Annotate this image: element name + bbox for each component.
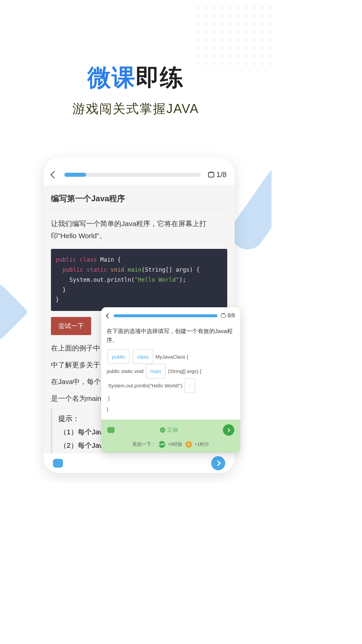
comment-icon[interactable] — [107, 427, 115, 433]
popup-question: 在下面的选项中选择填写，创建一个有效的Java程序。 — [101, 324, 240, 350]
exp-text: +5经验 — [168, 441, 183, 447]
bg-dots — [197, 7, 272, 65]
hero-title: 微课即练 — [0, 62, 272, 94]
coin-badge: $ — [185, 441, 192, 448]
hero-title-blue: 微课 — [87, 64, 136, 91]
chip-class[interactable]: class — [133, 350, 153, 364]
code-block: public class Main { public static void m… — [51, 249, 227, 311]
popup-code: public class MyJavaClass { public static… — [101, 350, 240, 420]
arrow-right-icon — [215, 461, 221, 466]
popup-arrow-icon — [226, 428, 230, 432]
popup-header: 8/8 — [101, 307, 240, 324]
back-icon[interactable] — [51, 171, 58, 179]
popup-counter: 8/8 — [228, 313, 235, 319]
code-text-l2-after: (String[] args) { — [168, 368, 201, 374]
popup-calendar-icon — [221, 314, 226, 318]
coin-text: +1积分 — [195, 441, 209, 447]
lesson-title: 编写第一个Java程序 — [51, 193, 227, 210]
phone-header: 1/8 — [44, 158, 235, 185]
status-text: 正确 — [167, 427, 178, 434]
hero-title-dark: 即练 — [136, 64, 184, 91]
popup-back-icon[interactable] — [106, 313, 111, 318]
exp-badge: EXP — [159, 441, 165, 448]
chip-public[interactable]: public — [108, 350, 129, 364]
code-brace-1: } — [108, 395, 110, 401]
status-center: ✓ 正确 — [160, 427, 178, 434]
progress-bar — [64, 173, 201, 177]
progress-fill — [64, 173, 86, 177]
check-icon: ✓ — [160, 427, 165, 433]
lesson-desc: 让我们编写一个简单的Java程序，它将在屏幕上打印"Hello World"。 — [51, 218, 227, 241]
counter-box: 1/8 — [208, 170, 227, 179]
code-text-l3: System.out.println("Hello World!") — [108, 383, 182, 388]
next-button[interactable] — [211, 456, 225, 470]
code-text-l2: public static void — [107, 368, 143, 374]
bg-shape-left — [0, 283, 28, 340]
popup-status-row: ✓ 正确 — [107, 424, 234, 436]
hero-subtitle: 游戏闯关式掌握JAVA — [0, 100, 272, 117]
try-button[interactable]: 尝试一下 — [51, 317, 91, 335]
counter-text: 1/8 — [216, 170, 227, 179]
popup-progress — [114, 314, 218, 317]
popup-progress-fill — [114, 314, 218, 317]
popup-card: 8/8 在下面的选项中选择填写，创建一个有效的Java程序。 public cl… — [101, 307, 240, 452]
popup-counter-box: 8/8 — [221, 313, 235, 319]
chat-icon[interactable] — [53, 459, 63, 468]
rewards-label: 奖励一下： — [132, 441, 156, 447]
code-brace-2: } — [107, 407, 108, 412]
phone-footer — [44, 453, 235, 473]
popup-next-button[interactable] — [223, 424, 234, 436]
code-text-classdecl: MyJavaClass { — [156, 354, 188, 360]
calendar-icon — [208, 172, 214, 177]
rewards-row: 奖励一下： EXP +5经验 $ +1积分 — [107, 441, 234, 448]
chip-semi[interactable]: ; — [185, 378, 195, 393]
popup-footer: ✓ 正确 奖励一下： EXP +5经验 $ +1积分 — [101, 420, 240, 452]
chip-main[interactable]: main — [146, 364, 166, 378]
